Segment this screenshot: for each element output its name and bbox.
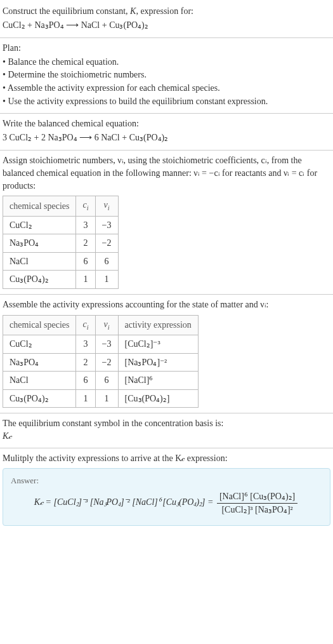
cell-species: Cu₃(PO₄)₂ <box>3 389 76 408</box>
multiply-text: Mulitply the activity expressions to arr… <box>3 452 330 465</box>
cell-vi: 6 <box>95 252 118 271</box>
table-row: NaCl 6 6 [NaCl]⁶ <box>3 372 199 390</box>
cell-vi: −2 <box>95 353 118 372</box>
col-species: chemical species <box>3 315 76 335</box>
table-row: CuCl₂ 3 −3 [CuCl₂]⁻³ <box>3 335 199 354</box>
cell-species: NaCl <box>3 372 76 390</box>
kc-symbol: K𝒸 <box>3 430 330 443</box>
question-section: Construct the equilibrium constant, K, e… <box>0 0 333 37</box>
symbol-text: The equilibrium constant symbol in the c… <box>3 417 330 430</box>
stoich-section: Assign stoichiometric numbers, νᵢ, using… <box>0 151 333 294</box>
cell-vi: 1 <box>95 271 118 289</box>
question-text: Construct the equilibrium constant, K, e… <box>3 5 330 18</box>
kc-lhs: K𝒸 = [CuCl₂]⁻³ [Na₃PO₄]⁻² [NaCl]⁶ [Cu₃(P… <box>34 498 216 507</box>
cell-ci: 2 <box>76 234 95 253</box>
balanced-reaction: 3 CuCl₂ + 2 Na₃PO₄ ⟶ 6 NaCl + Cu₃(PO₄)₂ <box>3 131 330 144</box>
cell-ci: 3 <box>76 335 95 354</box>
frac-denominator: [CuCl₂]³ [Na₃PO₄]² <box>217 504 297 516</box>
table-row: Na₃PO₄ 2 −2 <box>3 234 119 253</box>
plan-section: Plan: • Balance the chemical equation. •… <box>0 38 333 113</box>
col-activity: activity expression <box>118 315 198 335</box>
table-header-row: chemical species ci νi <box>3 196 119 216</box>
kc-fraction: [NaCl]⁶ [Cu₃(PO₄)₂] [CuCl₂]³ [Na₃PO₄]² <box>217 490 297 516</box>
unbalanced-reaction: CuCl₂ + Na₃PO₄ ⟶ NaCl + Cu₃(PO₄)₂ <box>3 19 330 32</box>
cell-ci: 1 <box>76 389 95 408</box>
multiply-section: Mulitply the activity expressions to arr… <box>0 448 333 531</box>
balanced-section: Write the balanced chemical equation: 3 … <box>0 114 333 150</box>
activity-section: Assemble the activity expressions accoun… <box>0 295 333 413</box>
answer-box: Answer: K𝒸 = [CuCl₂]⁻³ [Na₃PO₄]⁻² [NaCl]… <box>3 468 330 525</box>
cell-activity: [CuCl₂]⁻³ <box>118 335 198 354</box>
cell-ci: 6 <box>76 252 95 271</box>
plan-heading: Plan: <box>3 42 330 55</box>
cell-species: CuCl₂ <box>3 335 76 354</box>
plan-item: • Use the activity expressions to build … <box>3 95 330 108</box>
cell-activity: [NaCl]⁶ <box>118 372 198 390</box>
table-row: Cu₃(PO₄)₂ 1 1 [Cu₃(PO₄)₂] <box>3 389 199 408</box>
cell-ci: 1 <box>76 271 95 289</box>
cell-vi: 1 <box>95 389 118 408</box>
cell-species: Na₃PO₄ <box>3 353 76 372</box>
cell-ci: 2 <box>76 353 95 372</box>
balanced-heading: Write the balanced chemical equation: <box>3 117 330 130</box>
col-ci: ci <box>76 315 95 335</box>
activity-table: chemical species ci νi activity expressi… <box>3 315 199 408</box>
activity-intro: Assemble the activity expressions accoun… <box>3 299 330 311</box>
plan-list: • Balance the chemical equation. • Deter… <box>3 56 330 107</box>
table-row: Cu₃(PO₄)₂ 1 1 <box>3 271 119 289</box>
cell-ci: 6 <box>76 372 95 390</box>
answer-label: Answer: <box>11 475 322 486</box>
cell-activity: [Cu₃(PO₄)₂] <box>118 389 198 408</box>
cell-activity: [Na₃PO₄]⁻² <box>118 353 198 372</box>
col-species: chemical species <box>3 196 76 216</box>
col-vi: νi <box>95 196 118 216</box>
cell-species: Na₃PO₄ <box>3 234 76 253</box>
symbol-section: The equilibrium constant symbol in the c… <box>0 413 333 447</box>
cell-species: NaCl <box>3 252 76 271</box>
cell-vi: −3 <box>95 216 118 234</box>
plan-item: • Balance the chemical equation. <box>3 56 330 69</box>
cell-vi: −3 <box>95 335 118 354</box>
table-header-row: chemical species ci νi activity expressi… <box>3 315 199 335</box>
col-ci: ci <box>76 196 95 216</box>
cell-species: CuCl₂ <box>3 216 76 234</box>
stoich-table: chemical species ci νi CuCl₂ 3 −3 Na₃PO₄… <box>3 196 119 289</box>
cell-ci: 3 <box>76 216 95 234</box>
stoich-intro: Assign stoichiometric numbers, νᵢ, using… <box>3 154 330 192</box>
table-row: Na₃PO₄ 2 −2 [Na₃PO₄]⁻² <box>3 353 199 372</box>
frac-numerator: [NaCl]⁶ [Cu₃(PO₄)₂] <box>217 490 297 504</box>
table-row: NaCl 6 6 <box>3 252 119 271</box>
plan-item: • Assemble the activity expression for e… <box>3 82 330 95</box>
col-vi: νi <box>95 315 118 335</box>
plan-item: • Determine the stoichiometric numbers. <box>3 69 330 81</box>
kc-expression: K𝒸 = [CuCl₂]⁻³ [Na₃PO₄]⁻² [NaCl]⁶ [Cu₃(P… <box>11 490 322 516</box>
cell-vi: −2 <box>95 234 118 253</box>
cell-species: Cu₃(PO₄)₂ <box>3 271 76 289</box>
table-row: CuCl₂ 3 −3 <box>3 216 119 234</box>
cell-vi: 6 <box>95 372 118 390</box>
